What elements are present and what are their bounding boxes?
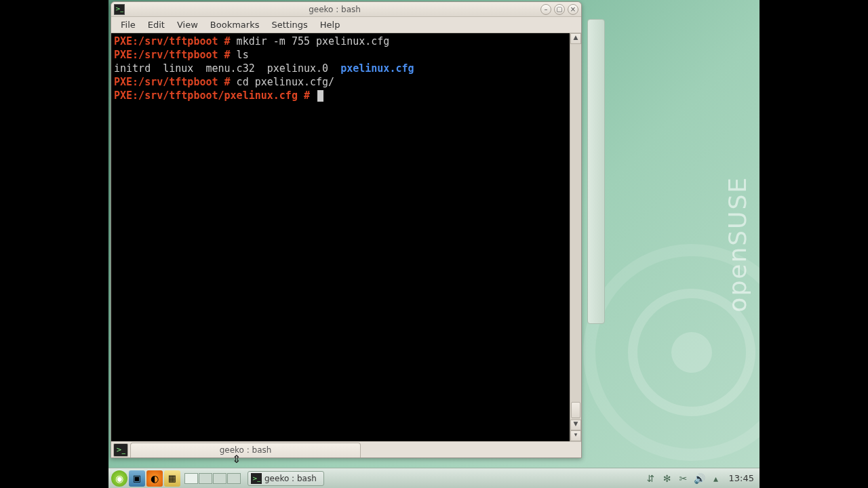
desktop: openSUSE >_ geeko : bash – ▢ × File Edit… — [108, 0, 760, 488]
taskbar-entry-label: geeko : bash — [264, 474, 317, 483]
show-desktop-button[interactable]: ▣ — [129, 470, 145, 487]
scroll-up-button[interactable]: ▲ — [570, 33, 581, 44]
scrollbar[interactable]: ▲ ▼ ▾ — [570, 33, 581, 441]
file-manager-launcher[interactable]: ▦ — [164, 470, 180, 487]
new-tab-button[interactable]: >_ — [113, 443, 128, 457]
taskbar: ◉ ▣ ◐ ▦ >_ geeko : bash ⇵ ✻ ✂ 🔊 ▴ 13:45 — [108, 468, 760, 488]
pager-desktop-4[interactable] — [227, 473, 241, 484]
maximize-button[interactable]: ▢ — [554, 4, 565, 15]
firefox-launcher[interactable]: ◐ — [146, 470, 163, 487]
minimize-button[interactable]: – — [540, 4, 551, 15]
pager-desktop-2[interactable] — [199, 473, 212, 484]
pager-desktop-3[interactable] — [213, 473, 226, 484]
menu-edit[interactable]: Edit — [142, 18, 170, 31]
plasma-panel-handle[interactable] — [587, 19, 605, 324]
scroll-thumb[interactable] — [571, 402, 580, 418]
tray-usb-icon[interactable]: ⇵ — [645, 472, 657, 485]
scroll-down-button[interactable]: ▼ — [570, 420, 581, 430]
pager-desktop-1[interactable] — [184, 473, 198, 484]
desktop-pager[interactable] — [184, 473, 241, 484]
distro-brand: openSUSE — [724, 176, 751, 312]
terminal-icon: >_ — [114, 4, 125, 15]
taskbar-clock[interactable]: 13:45 — [726, 473, 757, 483]
menu-settings[interactable]: Settings — [266, 18, 313, 31]
window-titlebar[interactable]: >_ geeko : bash – ▢ × — [111, 2, 581, 17]
tray-updater-icon[interactable]: ✻ — [661, 472, 673, 485]
terminal-window: >_ geeko : bash – ▢ × File Edit View Boo… — [111, 1, 582, 458]
scroll-track[interactable] — [570, 44, 581, 420]
menu-file[interactable]: File — [115, 18, 141, 31]
menu-view[interactable]: View — [172, 18, 203, 31]
menu-bookmarks[interactable]: Bookmarks — [205, 18, 265, 31]
menu-help[interactable]: Help — [315, 18, 346, 31]
close-button[interactable]: × — [568, 4, 578, 15]
resize-cursor-icon: ⇕ — [232, 453, 241, 466]
window-title: geeko : bash — [129, 5, 540, 14]
tab-session[interactable]: geeko : bash — [130, 443, 361, 458]
taskbar-entry-terminal[interactable]: >_ geeko : bash — [248, 471, 324, 486]
start-menu-button[interactable]: ◉ — [111, 470, 127, 487]
tray-clipboard-icon[interactable]: ✂ — [677, 472, 690, 485]
tray-volume-icon[interactable]: 🔊 — [694, 472, 706, 485]
menubar: File Edit View Bookmarks Settings Help — [111, 17, 581, 33]
tray-expand-icon[interactable]: ▴ — [710, 472, 722, 485]
tabbar: >_ geeko : bash — [111, 441, 581, 458]
scroll-down2-button[interactable]: ▾ — [570, 430, 581, 441]
terminal-icon: >_ — [251, 473, 262, 484]
terminal-viewport[interactable]: PXE:/srv/tftpboot # mkdir -m 755 pxelinu… — [111, 33, 570, 441]
